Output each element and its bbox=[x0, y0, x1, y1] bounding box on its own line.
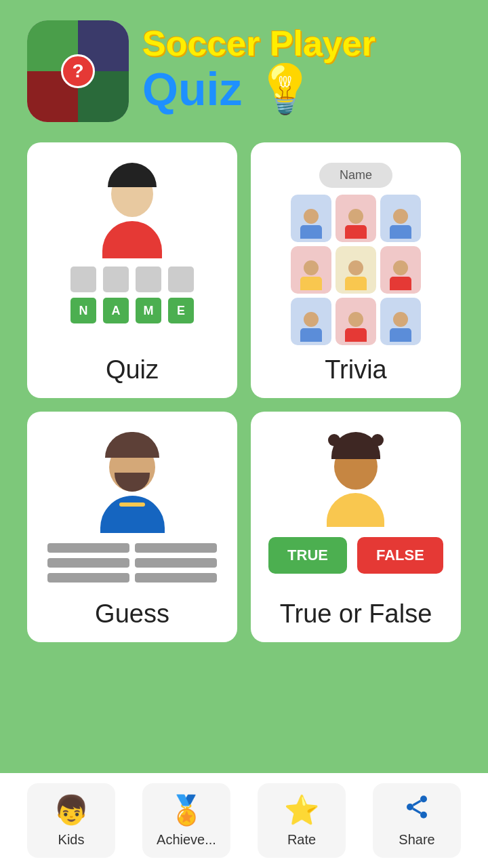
trivia-player-2 bbox=[336, 195, 376, 242]
trivia-player-8 bbox=[336, 298, 376, 345]
svg-point-2 bbox=[420, 812, 427, 818]
quiz-card-label: Quiz bbox=[106, 355, 159, 384]
quiz-letters: N A M E bbox=[70, 298, 194, 323]
guess-person-body bbox=[100, 496, 165, 533]
guess-card[interactable]: Guess bbox=[27, 412, 237, 642]
trivia-name-bar: Name bbox=[319, 163, 392, 188]
false-button[interactable]: FALSE bbox=[357, 537, 443, 574]
tof-content: TRUE FALSE bbox=[268, 432, 443, 574]
trivia-player-3 bbox=[380, 195, 421, 242]
trivia-card[interactable]: Name bbox=[251, 142, 461, 398]
app-icon[interactable]: ? bbox=[27, 20, 129, 122]
share-icon bbox=[403, 793, 430, 827]
guess-content bbox=[41, 432, 224, 583]
trivia-content: Name bbox=[291, 163, 421, 345]
quiz-person-body bbox=[102, 221, 162, 258]
header-text: Soccer Player Quiz 💡 bbox=[142, 26, 375, 117]
bottom-bar: 👦 Kids 🏅 Achieve... ⭐ Rate Share bbox=[0, 773, 488, 868]
header: ? Soccer Player Quiz 💡 bbox=[0, 0, 488, 136]
tof-buttons: TRUE FALSE bbox=[268, 537, 443, 574]
quiz-card[interactable]: N A M E Quiz bbox=[27, 142, 237, 398]
share-label: Share bbox=[399, 832, 434, 848]
trivia-player-1 bbox=[291, 195, 331, 242]
main-grid: N A M E Quiz Name bbox=[0, 136, 488, 649]
guess-lines bbox=[41, 543, 224, 583]
achievements-label: Achieve... bbox=[157, 832, 216, 848]
bottom-kids[interactable]: 👦 Kids bbox=[27, 783, 115, 858]
letter-a: A bbox=[103, 298, 129, 323]
rate-label: Rate bbox=[287, 832, 316, 848]
kids-icon: 👦 bbox=[54, 793, 89, 827]
letter-m: M bbox=[136, 298, 161, 323]
achievements-icon: 🏅 bbox=[169, 793, 204, 827]
true-button[interactable]: TRUE bbox=[268, 537, 347, 574]
trivia-player-5 bbox=[336, 246, 376, 294]
letter-e: E bbox=[168, 298, 194, 323]
bottom-achievements[interactable]: 🏅 Achieve... bbox=[142, 783, 230, 858]
app-icon-question-mark: ? bbox=[61, 54, 95, 88]
trivia-player-4 bbox=[291, 246, 331, 294]
trivia-card-label: Trivia bbox=[325, 355, 386, 384]
svg-point-0 bbox=[420, 795, 427, 802]
lightbulb-icon: 💡 bbox=[256, 61, 314, 117]
trivia-grid bbox=[291, 195, 421, 345]
trivia-player-7 bbox=[291, 298, 331, 345]
guess-card-label: Guess bbox=[95, 599, 169, 629]
kids-label: Kids bbox=[58, 832, 85, 848]
rate-icon: ⭐ bbox=[284, 793, 319, 827]
tof-person-body bbox=[327, 493, 384, 527]
header-title-quiz: Quiz bbox=[142, 66, 242, 112]
bottom-share[interactable]: Share bbox=[373, 783, 461, 858]
svg-point-1 bbox=[407, 804, 413, 810]
svg-line-4 bbox=[413, 801, 420, 806]
letter-n: N bbox=[70, 298, 96, 323]
tof-card-label: True or False bbox=[280, 599, 432, 629]
quiz-person: N A M E bbox=[70, 163, 194, 323]
bottom-rate[interactable]: ⭐ Rate bbox=[258, 783, 346, 858]
tof-card[interactable]: TRUE FALSE True or False bbox=[251, 412, 461, 642]
trivia-player-6 bbox=[380, 246, 421, 294]
svg-line-3 bbox=[413, 809, 420, 814]
header-title-soccer: Soccer Player bbox=[142, 26, 375, 61]
trivia-player-9 bbox=[380, 298, 421, 345]
quiz-blanks bbox=[70, 267, 194, 292]
